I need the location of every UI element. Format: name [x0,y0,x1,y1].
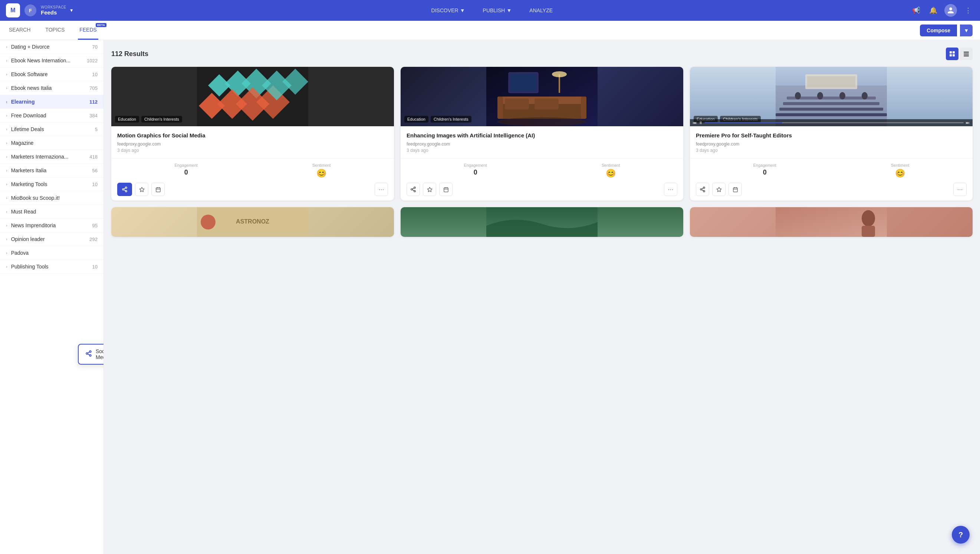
compose-button[interactable]: Compose [920,24,957,37]
workspace-name: Feeds [41,9,67,16]
smiley-icon-2: 😊 [601,169,620,178]
card-footer-1: Engagement 0 Sentiment 😊 [111,158,394,201]
sidebar-item-news-imprenditoria[interactable]: › News Imprenditoria 95 [0,219,103,232]
sidebar-item-opinion-leader[interactable]: › Opinion leader 292 Social Media [0,232,103,246]
card-source-1: feedproxy.google.com [117,142,388,147]
calendar-action-button-2[interactable] [439,183,453,196]
share-action-button-2[interactable] [407,183,420,196]
calendar-action-button-1[interactable] [151,183,165,196]
card-image-3: Education Children's Interests ⏮ ⏸ ⏭ [690,67,972,126]
svg-line-47 [412,190,414,191]
sidebar-chevron-icon: › [6,72,8,77]
sidebar-item-dating-divorce[interactable]: › Dating + Divorce 70 [0,40,103,54]
card-source-3: feedproxy.google.com [696,142,967,147]
topnav-right-actions: 📢 🔔 ⋮ [910,4,974,17]
sidebar-chevron-icon: › [6,86,8,90]
card-metrics-1: Engagement 0 Sentiment 😊 [117,163,388,178]
sidebar-chevron-icon: › [6,182,8,187]
card-tags-1: Education Children's Interests [115,116,182,123]
partial-pattern-2 [401,207,683,237]
social-media-tooltip: Social Media [78,344,104,365]
main-layout: › Dating + Divorce 70 › Ebook News Inter… [0,40,980,554]
more-action-button-2[interactable]: ··· [664,183,677,196]
tab-topics[interactable]: TOPICS [44,21,66,40]
card-tags-2: Education Children's Interests [404,116,471,123]
svg-rect-11 [964,55,969,56]
more-action-button-1[interactable]: ··· [375,183,388,196]
sidebar-item-ebook-software[interactable]: › Ebook Software 10 [0,67,103,81]
svg-line-4 [88,352,89,353]
user-avatar[interactable] [944,4,957,17]
sidebar-item-miobook[interactable]: › MioBook su Scoop.it! [0,191,103,205]
sidebar-item-ebook-news-italia[interactable]: › Ebook news Italia 705 [0,81,103,95]
sidebar-chevron-icon: › [6,168,8,172]
megaphone-icon[interactable]: 📢 [910,5,922,16]
progress-bar [705,122,964,123]
sidebar-item-publishing-tools[interactable]: › Publishing Tools 10 [0,260,103,274]
card-partial-image-1: ASTRONOZ [111,207,394,237]
sidebar-item-elearning[interactable]: › Elearning 112 [0,95,103,109]
card-motion-graphics: Education Children's Interests Motion Gr… [111,67,394,201]
app-logo[interactable]: M [6,3,20,18]
card-engagement-1: Engagement 0 [175,163,198,178]
card-tag-education: Education [115,116,139,123]
publish-nav-item[interactable]: PUBLISH ▼ [480,6,515,15]
bookmark-action-button-2[interactable] [423,183,436,196]
share-action-button-1[interactable] [117,183,132,196]
card-footer-2: Engagement 0 Sentiment 😊 [401,158,683,201]
bell-icon[interactable]: 🔔 [928,5,939,16]
sidebar-item-ebook-news-intl[interactable]: › Ebook News Internation... 1022 [0,54,103,67]
tab-feeds[interactable]: FEEDS BETA [78,21,98,40]
help-button[interactable]: ? [952,526,970,544]
card-sentiment-3: Sentiment 😊 [891,163,910,178]
card-source-2: feedproxy.google.com [407,142,677,147]
calendar-action-button-3[interactable] [729,183,742,196]
svg-marker-27 [140,187,144,192]
card-partial-3 [690,207,972,237]
analyze-nav-item[interactable]: ANALYZE [527,6,556,15]
svg-rect-58 [780,108,883,111]
sidebar-chevron-icon: › [6,223,8,228]
list-view-button[interactable] [960,48,972,60]
prev-icon[interactable]: ⏮ [693,121,697,125]
sidebar-chevron-icon: › [6,264,8,269]
discover-nav-item[interactable]: DISCOVER ▼ [428,6,468,15]
card-body-1: Motion Graphics for Social Media feedpro… [111,126,394,158]
sidebar-chevron-icon: › [6,58,8,63]
card-engagement-2: Engagement 0 [464,163,487,178]
svg-line-26 [124,188,126,189]
more-action-button-3[interactable]: ··· [953,183,967,196]
svg-line-25 [124,190,126,191]
svg-rect-40 [581,97,587,119]
svg-point-43 [498,117,587,126]
discover-chevron-icon: ▼ [460,8,465,13]
svg-rect-72 [733,187,737,192]
svg-rect-10 [964,53,969,54]
bookmark-action-button-1[interactable] [135,183,148,196]
compose-dropdown-button[interactable]: ▼ [960,24,972,37]
sidebar-item-marketers-intl[interactable]: › Marketers Internaziona... 418 [0,150,103,164]
card-tag-education-2: Education [404,116,428,123]
sidebar-item-padova[interactable]: › Padova [0,246,103,260]
svg-rect-57 [783,102,880,105]
play-icon[interactable]: ⏸ [699,121,703,125]
workspace-switcher[interactable]: WORKSPACE Feeds ▼ [41,5,74,16]
next-icon[interactable]: ⏭ [966,121,970,125]
tab-search[interactable]: SEARCH [8,21,32,40]
card-actions-3: ··· [696,183,967,196]
video-controls: ⏮ ⏸ ⏭ [690,119,972,126]
card-title-1: Motion Graphics for Social Media [117,131,388,139]
sidebar-chevron-icon: › [6,99,8,104]
share-action-button-3[interactable] [696,183,709,196]
svg-rect-65 [807,76,855,87]
sidebar-item-magazine[interactable]: › Magazine [0,136,103,150]
card-sentiment-2: Sentiment 😊 [601,163,620,178]
more-options-icon[interactable]: ⋮ [962,5,974,16]
sidebar-item-marketing-tools[interactable]: › Marketing Tools 10 [0,177,103,191]
bookmark-action-button-3[interactable] [712,183,725,196]
sidebar-item-free-download[interactable]: › Free Download 384 [0,109,103,123]
sidebar-item-marketers-italia[interactable]: › Marketers Italia 56 [0,164,103,177]
sidebar-item-must-read[interactable]: › Must Read [0,205,103,219]
sidebar-item-lifetime-deals[interactable]: › Lifetime Deals 5 [0,123,103,136]
grid-view-button[interactable] [946,48,958,60]
